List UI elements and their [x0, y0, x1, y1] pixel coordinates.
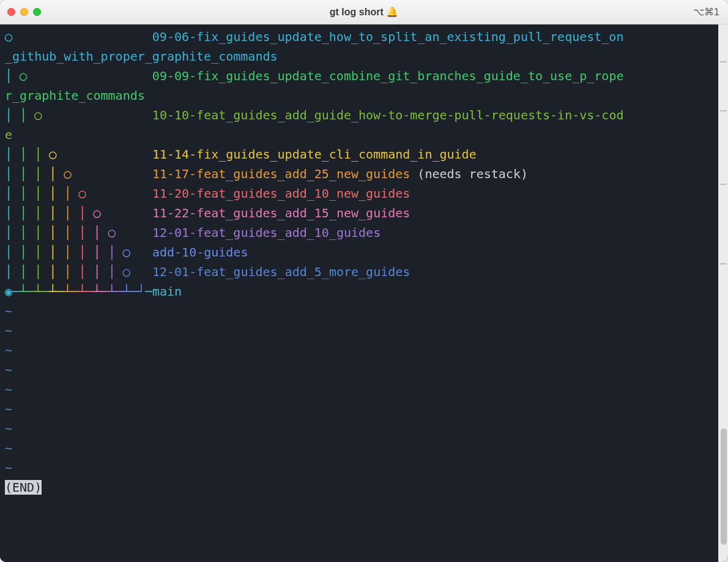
scrollbar-track[interactable]	[718, 24, 728, 562]
pager-empty-line: ~	[5, 321, 713, 340]
pager-empty-line: ~	[5, 438, 713, 458]
branch-name: 11-17-feat_guides_add_25_new_guides	[152, 167, 410, 181]
branch-row: │ │ │ │ │ │ ◯ 11-22-feat_guides_add_15_n…	[5, 203, 713, 223]
branch-annotation: (needs restack)	[417, 167, 528, 181]
branch-row: e	[5, 125, 713, 144]
minimize-button[interactable]	[20, 8, 28, 16]
branch-name: 11-14-fix_guides_update_cli_command_in_g…	[152, 147, 477, 162]
branch-row: │ │ │ │ │ │ │ │ ◯ 12-01-feat_guides_add_…	[5, 262, 713, 282]
zoom-button[interactable]	[33, 8, 41, 16]
branch-row: ◯ 09-06-fix_guides_update_how_to_split_a…	[5, 27, 713, 47]
pager-empty-line: ~	[5, 380, 713, 399]
branch-name: 11-22-feat_guides_add_15_new_guides	[152, 206, 410, 220]
terminal-window: gt log short 🔔 ⌥⌘1 ◯ 09-06-fix_guides_up…	[0, 0, 728, 562]
branch-row: │ │ │ │ │ │ │ │ ◯ add-10-guides	[5, 242, 713, 262]
branch-name: 12-01-feat_guides_add_10_guides	[152, 225, 381, 240]
branch-name: 10-10-feat_guides_add_guide_how-to-merge…	[152, 108, 624, 122]
scrollbar-mark	[720, 110, 727, 111]
branch-name: e	[5, 127, 12, 142]
branch-name: 09-09-fix_guides_update_combine_git_bran…	[152, 69, 624, 83]
titlebar: gt log short 🔔 ⌥⌘1	[0, 0, 728, 24]
pager-empty-line: ~	[5, 301, 713, 321]
pager-empty-line: ~	[5, 458, 713, 478]
traffic-lights	[0, 8, 41, 16]
trunk-row: ◉─┴─┴─┴─┴─┴─┴─┴─┴─┘─main	[5, 282, 713, 301]
pager-empty-line: ~	[5, 419, 713, 438]
pager-end: (END)	[5, 478, 713, 497]
pager-empty-line: ~	[5, 340, 713, 360]
scrollbar-mark	[720, 184, 727, 185]
branch-name: r_graphite_commands	[5, 88, 145, 103]
close-button[interactable]	[7, 8, 15, 16]
terminal-output[interactable]: ◯ 09-06-fix_guides_update_how_to_split_a…	[0, 24, 718, 562]
branch-row: │ │ │ │ ◯ 11-17-feat_guides_add_25_new_g…	[5, 164, 713, 184]
branch-row: │ │ ◯ 10-10-feat_guides_add_guide_how-to…	[5, 105, 713, 125]
branch-name: 11-20-feat_guides_add_10_new_guides	[152, 186, 410, 201]
branch-row: │ │ │ │ │ ◯ 11-20-feat_guides_add_10_new…	[5, 184, 713, 203]
branch-row: │ ◯ 09-09-fix_guides_update_combine_git_…	[5, 66, 713, 86]
window-hotkey: ⌥⌘1	[693, 4, 728, 20]
branch-row: r_graphite_commands	[5, 86, 713, 105]
pager-end-label: (END)	[5, 480, 42, 495]
scrollbar-mark	[720, 263, 727, 264]
branch-row: │ │ │ │ │ │ │ ◯ 12-01-feat_guides_add_10…	[5, 223, 713, 242]
window-title: gt log short 🔔	[0, 4, 728, 20]
pager-empty-line: ~	[5, 399, 713, 419]
terminal-body: ◯ 09-06-fix_guides_update_how_to_split_a…	[0, 24, 728, 562]
scrollbar-mark	[720, 61, 727, 62]
branch-name: 09-06-fix_guides_update_how_to_split_an_…	[152, 29, 624, 44]
branch-row: _github_with_proper_graphite_commands	[5, 47, 713, 66]
branch-row: │ │ │ ◯ 11-14-fix_guides_update_cli_comm…	[5, 144, 713, 164]
branch-name: _github_with_proper_graphite_commands	[5, 49, 278, 64]
branch-name: 12-01-feat_guides_add_5_more_guides	[152, 264, 410, 279]
branch-name: add-10-guides	[152, 245, 248, 260]
pager-empty-line: ~	[5, 360, 713, 380]
scrollbar-thumb[interactable]	[721, 429, 727, 545]
branch-name: main	[152, 284, 182, 299]
